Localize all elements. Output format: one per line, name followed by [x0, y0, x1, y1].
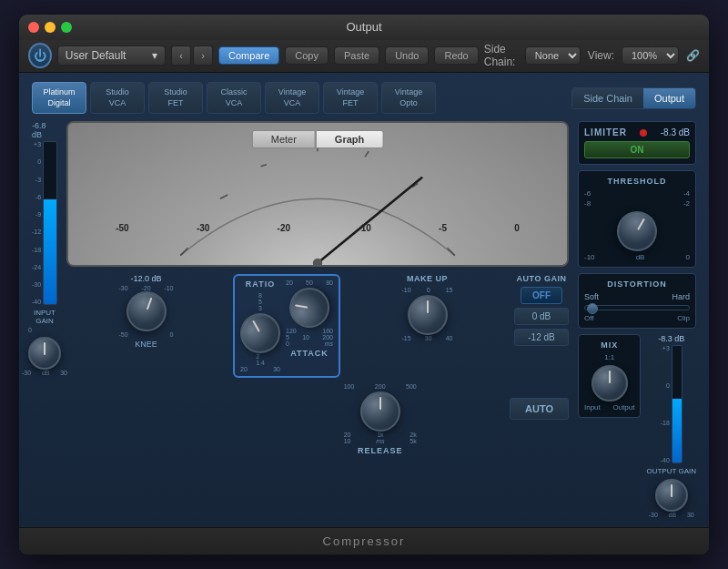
close-button[interactable] [28, 22, 39, 33]
scale-20: -20 [278, 223, 290, 233]
release-scale-20: 20 [344, 432, 351, 438]
attack-scale-5: 5 [286, 334, 289, 340]
mix-ratio: 1:1 [584, 353, 634, 361]
thresh-scale-8: -8 [584, 199, 591, 208]
maximize-button[interactable] [61, 22, 72, 33]
view-select[interactable]: 100% [622, 46, 679, 65]
attack-knob[interactable] [287, 285, 333, 331]
meter-tab-meter[interactable]: Meter [252, 130, 316, 148]
mix-knob[interactable] [592, 365, 628, 401]
scale-5: -5 [439, 223, 447, 233]
distortion-off-label: Off [584, 314, 594, 322]
vu-scale-9: -9 [35, 211, 41, 218]
preset-vintage-opto[interactable]: VintageOpto [381, 82, 436, 114]
side-chain-select[interactable]: None [525, 46, 581, 65]
auto-gain-0db-button[interactable]: 0 dB [514, 308, 569, 325]
preset-selector[interactable]: User Default ▾ [57, 46, 166, 66]
scale-30: -30 [197, 223, 209, 233]
out-scale-high: 30 [687, 512, 694, 518]
svg-line-4 [365, 151, 369, 157]
release-label: RELEASE [358, 446, 403, 455]
release-knob[interactable] [360, 391, 400, 432]
thresh-scale-0: 0 [686, 253, 690, 261]
limiter-indicator [640, 129, 647, 137]
nav-buttons: ‹ › [171, 46, 213, 66]
preset-vintage-vca[interactable]: VintageVCA [265, 82, 319, 114]
input-vu-meter [43, 141, 57, 305]
compare-button[interactable]: Compare [218, 46, 279, 65]
makeup-scale-30: 30 [425, 335, 432, 341]
attack-scale-10: 10 [302, 334, 309, 340]
makeup-knob[interactable] [408, 295, 448, 335]
auto-gain-section: AUTO GAIN OFF 0 dB -12 dB [514, 274, 569, 346]
auto-gain-off-button[interactable]: OFF [521, 287, 562, 304]
footer-title: Compressor [323, 534, 406, 548]
vu-scale-3: -3 [35, 177, 41, 183]
copy-button[interactable]: Copy [285, 46, 329, 65]
preset-platinum-digital[interactable]: PlatinumDigital [32, 82, 86, 114]
thresh-scale-2: -2 [683, 199, 690, 208]
preset-studio-fet[interactable]: StudioFET [148, 82, 203, 114]
meter-tab-graph[interactable]: Graph [316, 130, 383, 148]
knee-group: -12.0 dB -30 -20 -10 -50 0 KNEE [66, 274, 226, 349]
distortion-clip-label: Clip [677, 314, 690, 322]
main-content: PlatinumDigital StudioVCA StudioFET Clas… [19, 73, 709, 527]
link-icon[interactable]: 🔗 [686, 49, 700, 62]
nav-back-button[interactable]: ‹ [171, 46, 191, 66]
out-scale-low: -30 [649, 512, 658, 518]
right-section: LIMITER -8.3 dB ON THRESHOLD -6 -4 -8 [578, 121, 696, 518]
output-view-button[interactable]: Output [643, 88, 695, 108]
distortion-slider-thumb[interactable] [587, 303, 598, 314]
input-vu-section: -6.8 dB +3 0 -3 -6 -9 -12 -18 -24 -30 -4… [32, 121, 57, 518]
attack-scale-120: 120 [286, 328, 297, 334]
input-gain-label: INPUT GAIN [32, 309, 57, 325]
vu-scale-30: -30 [32, 281, 41, 288]
thresh-scale-4: -4 [683, 189, 690, 198]
scale-0: 0 [514, 223, 520, 233]
distortion-slider-track[interactable] [584, 305, 690, 310]
preset-value: User Default [66, 49, 126, 62]
input-db-unit: dB [42, 370, 50, 376]
undo-button[interactable]: Undo [385, 46, 429, 65]
attack-scale-200: 200 [322, 334, 333, 340]
preset-vintage-fet[interactable]: VintageFET [323, 82, 378, 114]
threshold-knob[interactable] [610, 204, 664, 259]
view-label: View: [588, 49, 614, 62]
input-gain-knob[interactable] [28, 337, 61, 370]
main-window: Output ⏻ User Default ▾ ‹ › Compare Copy… [18, 14, 710, 555]
power-button[interactable]: ⏻ [28, 43, 52, 68]
auto-gain-title: AUTO GAIN [517, 274, 567, 283]
release-scale-2k: 2k [410, 432, 416, 438]
out-vu-top: +3 [662, 345, 670, 351]
thresh-scale-6: -6 [584, 189, 591, 198]
ratio-scale-2: 2 [256, 353, 259, 360]
paste-button[interactable]: Paste [334, 46, 379, 65]
distortion-soft-label: Soft [584, 292, 599, 301]
vu-scale-40: -40 [32, 299, 41, 305]
attack-scale-80: 80 [326, 279, 333, 286]
preset-studio-vca[interactable]: StudioVCA [90, 82, 145, 114]
knee-value: -12.0 dB [130, 274, 161, 283]
output-gain-label: OUTPUT GAIN [646, 467, 696, 475]
thresh-scale-10: -10 [584, 253, 595, 261]
knee-knob[interactable] [120, 286, 171, 337]
preset-classic-vca[interactable]: ClassicVCA [207, 82, 261, 114]
output-vu-meter [672, 345, 682, 463]
auto-button[interactable]: AUTO [510, 398, 569, 420]
ratio-scale-1-4: 1.4 [256, 360, 265, 366]
ratio-knob[interactable] [233, 306, 288, 361]
mix-section: MIX 1:1 Input Output [578, 334, 641, 418]
nav-forward-button[interactable]: › [193, 46, 213, 66]
vu-scale-18: -18 [32, 247, 41, 253]
redo-button[interactable]: Redo [434, 46, 478, 65]
side-chain-view-button[interactable]: Side Chain [572, 88, 643, 108]
release-scale-100: 100 [344, 383, 355, 390]
limiter-on-button[interactable]: ON [584, 141, 690, 158]
output-gain-knob[interactable] [655, 479, 688, 512]
auto-gain-neg12db-button[interactable]: -12 dB [514, 329, 569, 346]
minimize-button[interactable] [45, 22, 56, 33]
makeup-label: MAKE UP [407, 274, 448, 283]
ratio-scale-30: 30 [273, 366, 280, 372]
release-scale-10: 10 [344, 438, 351, 444]
attack-scale-50: 50 [306, 279, 313, 286]
